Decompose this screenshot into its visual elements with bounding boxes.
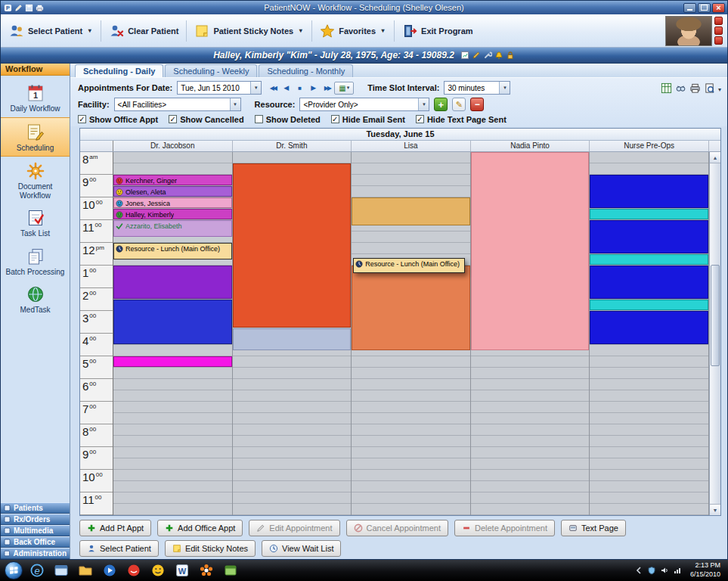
sidebar-item-scheduling[interactable]: Scheduling	[1, 117, 70, 157]
internet-explorer-icon[interactable]: e	[28, 562, 46, 579]
appointment-block[interactable]	[590, 209, 708, 219]
photo-control-button[interactable]	[714, 26, 723, 35]
media-player-icon[interactable]	[101, 562, 119, 579]
checkbox[interactable]	[416, 115, 424, 123]
schedule-column-lisa[interactable]: Resource - Lunch (Main Office)	[352, 152, 471, 515]
sidebar-item-task-list[interactable]: Task List	[1, 204, 70, 242]
photo-control-button[interactable]	[714, 36, 723, 45]
appointment[interactable]: Olesen, Aleta	[113, 186, 232, 197]
dropdown-caret-icon[interactable]	[86, 27, 93, 34]
appointment-block[interactable]	[590, 254, 708, 265]
appointment-block[interactable]	[352, 197, 470, 225]
taskbar-clock[interactable]: 2:13 PM 6/15/2010	[687, 561, 723, 579]
appointment[interactable]: Azzarito, Elisabeth	[113, 220, 232, 237]
appointment-block[interactable]	[113, 300, 232, 344]
column-header-dr-jacobson[interactable]: Dr. Jacobson	[113, 141, 233, 151]
messenger-icon[interactable]	[125, 562, 143, 579]
sidebar-item-batch-processing[interactable]: Batch Processing	[1, 242, 70, 281]
filter-show-deleted[interactable]: Show Deleted	[255, 115, 321, 124]
security-icon[interactable]	[647, 566, 656, 575]
appointment[interactable]: Halley, Kimberly	[113, 209, 232, 219]
add-resource-button[interactable]	[434, 98, 448, 111]
appointment[interactable]: Resource - Lunch (Main Office)	[113, 243, 232, 259]
filter-hide-text-page-sent[interactable]: Hide Text Page Sent	[416, 115, 507, 124]
appointment[interactable]: Kerchner, Ginger	[113, 175, 232, 185]
column-header-nurse-pre-ops[interactable]: Nurse Pre-Ops	[590, 141, 709, 151]
smiley-icon[interactable]	[149, 562, 167, 579]
column-header-nadia-pinto[interactable]: Nadia Pinto	[471, 141, 590, 151]
tab-scheduling-monthly[interactable]: Scheduling - Monthly	[259, 64, 353, 77]
next-button[interactable]	[307, 82, 320, 94]
appointment-block[interactable]	[590, 266, 708, 299]
button-delete-appointment[interactable]: Delete Appointment	[454, 520, 555, 536]
button-select-patient[interactable]: Select Patient	[79, 540, 159, 557]
dropdown-arrow-icon[interactable]	[418, 98, 429, 110]
button-edit-sticky-notes[interactable]: Edit Sticky Notes	[165, 540, 256, 557]
schedule-column-dr-jacobson[interactable]: Kerchner, GingerOlesen, AletaJones, Jess…	[113, 152, 233, 515]
view-options-caret[interactable]	[718, 81, 721, 95]
toolbar-button-clear-patient[interactable]: Clear Patient	[104, 17, 184, 45]
interval-select[interactable]: 30 minutes	[444, 81, 510, 95]
resource-select[interactable]: <Provider Only>	[299, 98, 429, 111]
sidebar-item-daily-workflow[interactable]: 1Daily Workflow	[1, 79, 70, 117]
appointment[interactable]: Resource - Lunch (Main Office)	[353, 258, 465, 273]
appointment-block[interactable]	[590, 220, 708, 253]
minimize-button[interactable]	[683, 3, 696, 13]
photo-control-button[interactable]	[714, 17, 723, 25]
tab-scheduling-daily[interactable]: Scheduling - Daily	[75, 64, 163, 77]
last-button[interactable]	[321, 82, 333, 94]
button-add-pt-appt[interactable]: Add Pt Appt	[79, 520, 151, 536]
edit-resource-button[interactable]	[452, 98, 466, 111]
appointment[interactable]: Jones, Jessica	[113, 197, 232, 208]
appointment-block[interactable]	[590, 311, 708, 344]
tab-scheduling-weekly[interactable]: Scheduling - Weekly	[165, 64, 257, 77]
schedule-column-nadia-pinto[interactable]	[471, 152, 590, 515]
column-header-dr-smith[interactable]: Dr. Smith	[233, 141, 352, 151]
appointment-block[interactable]	[233, 328, 352, 350]
appointment-block[interactable]	[352, 266, 470, 350]
dropdown-arrow-icon[interactable]	[230, 98, 240, 110]
date-select[interactable]: Tue, Jun 15 2010	[177, 81, 262, 95]
button-add-office-appt[interactable]: Add Office Appt	[157, 520, 243, 536]
close-button[interactable]	[712, 3, 725, 13]
button-view-wait-list[interactable]: View Wait List	[262, 540, 341, 557]
button-cancel-appointment[interactable]: Cancel Appointment	[346, 520, 448, 536]
network-icon[interactable]	[673, 566, 682, 575]
first-button[interactable]	[266, 82, 279, 94]
sidebar-header[interactable]: Workflow	[1, 64, 70, 76]
dropdown-caret-icon[interactable]	[297, 27, 304, 34]
dropdown-caret-icon[interactable]	[379, 27, 386, 34]
multi-view-button[interactable]	[334, 82, 354, 95]
appointment-block[interactable]	[590, 175, 708, 208]
vertical-scrollbar[interactable]	[709, 152, 720, 515]
appointment-block[interactable]	[233, 163, 352, 328]
flower-icon[interactable]	[197, 562, 215, 579]
word-icon[interactable]: W	[173, 562, 191, 579]
sidebar-item-medtask[interactable]: MedTask	[1, 280, 70, 318]
button-text-page[interactable]: Text Page	[561, 520, 626, 536]
appointment-block[interactable]	[113, 356, 232, 367]
checkbox[interactable]	[255, 115, 263, 123]
filter-show-cancelled[interactable]: Show Cancelled	[169, 115, 243, 124]
maximize-button[interactable]	[698, 3, 711, 13]
sidebar-panel-rx-orders[interactable]: Rx/Orders	[1, 514, 70, 525]
facility-select[interactable]: <All Facilities>	[114, 98, 241, 111]
column-header-lisa[interactable]: Lisa	[352, 141, 471, 151]
sidebar-item-document-workflow[interactable]: Document Workflow	[1, 157, 70, 204]
sidebar-panel-administration[interactable]: Administration	[1, 548, 70, 559]
tray-expand-icon[interactable]	[634, 566, 643, 575]
button-edit-appointment[interactable]: Edit Appointment	[249, 520, 339, 536]
appointment-block[interactable]	[113, 266, 232, 299]
appointment-block[interactable]	[590, 300, 708, 310]
sidebar-panel-multimedia[interactable]: Multimedia	[1, 525, 70, 536]
scroll-thumb[interactable]	[711, 265, 720, 366]
volume-icon[interactable]	[660, 566, 669, 575]
toolbar-button-favorites[interactable]: Favorites	[314, 17, 392, 45]
sidebar-panel-patients[interactable]: Patients	[1, 502, 70, 514]
checkbox[interactable]	[78, 115, 86, 123]
filter-hide-email-sent[interactable]: Hide Email Sent	[331, 115, 405, 124]
filter-show-office-appt[interactable]: Show Office Appt	[78, 115, 158, 124]
checkbox[interactable]	[331, 115, 339, 123]
previous-button[interactable]	[280, 82, 293, 94]
sidebar-panel-back-office[interactable]: Back Office	[1, 536, 70, 548]
